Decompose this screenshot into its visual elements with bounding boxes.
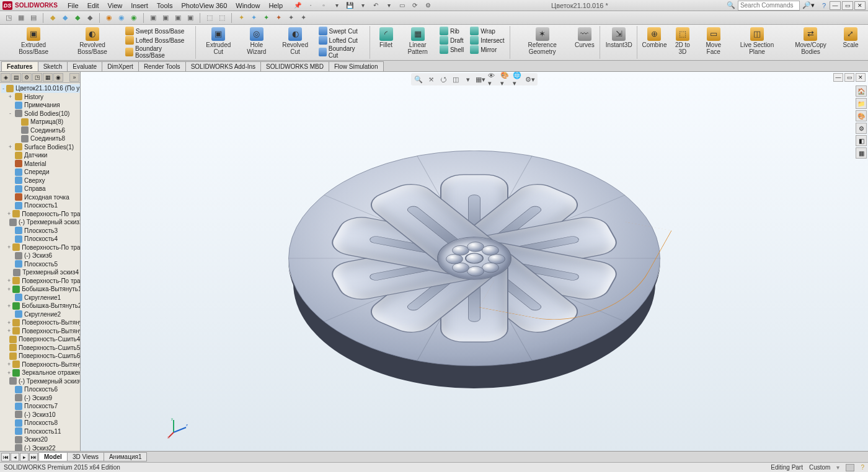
extruded-boss-button[interactable]: ▣Extruded Boss/Base (5, 26, 62, 56)
qat-icon[interactable]: ◉ (104, 13, 114, 23)
tree-node[interactable]: Исходная точка (1, 193, 80, 202)
qat-icon[interactable]: ✦ (236, 13, 246, 23)
tree-node[interactable]: (-) Эскиз6 (1, 251, 80, 260)
tree-node[interactable]: Скругление2 (1, 310, 80, 319)
qat-icon[interactable]: ◆ (73, 13, 82, 23)
reference-geometry-button[interactable]: ✶Reference Geometry (514, 26, 571, 56)
options-icon[interactable]: ⚙ (423, 1, 433, 11)
tree-node[interactable]: Справа (1, 185, 80, 193)
tree-node[interactable]: Соединить6 (1, 126, 80, 135)
tab-next-icon[interactable]: ▸ (20, 453, 29, 461)
qat-icon[interactable]: ✦ (249, 13, 259, 23)
tree-node[interactable]: Плоскость8 (1, 419, 80, 427)
fm-tab-icon[interactable]: ◉ (53, 73, 63, 82)
ribbon-item[interactable]: Swept Boss/Base (124, 27, 192, 35)
ribbon-item[interactable]: Boundary Boss/Base (124, 45, 192, 59)
bottom-tab[interactable]: Анимация1 (104, 452, 148, 461)
tree-node[interactable]: Material (1, 160, 80, 168)
status-units[interactable]: Custom (809, 464, 830, 471)
tree-node[interactable]: Плоскость3 (1, 227, 80, 235)
fm-tab-icon[interactable]: ▤ (11, 73, 21, 82)
qat-icon[interactable]: ▣ (173, 13, 183, 23)
cmd-tab-features[interactable]: Features (1, 61, 38, 71)
hole-wizard-button[interactable]: ◎Hole Wizard (239, 26, 275, 56)
menu-edit[interactable]: Edit (84, 1, 103, 10)
task-pane-icon[interactable]: ⚙ (856, 123, 867, 134)
print-icon[interactable]: ▾ (358, 1, 368, 11)
cmd-tab-dimxpert[interactable]: DimXpert (102, 61, 139, 71)
ribbon-item[interactable]: Boundary Cut (317, 45, 366, 59)
tree-node[interactable]: (-) Эскиз10 (1, 411, 80, 419)
redo-icon[interactable]: ▾ (384, 1, 394, 11)
vp-minimize-icon[interactable]: — (833, 73, 843, 82)
minimize-button[interactable]: — (830, 1, 841, 10)
tree-node[interactable]: Плоскость1 (1, 201, 80, 210)
tab-first-icon[interactable]: ⏮ (1, 453, 10, 461)
tree-node[interactable]: Примечания (1, 101, 80, 110)
tree-node[interactable]: Сверху (1, 177, 80, 185)
tree-node[interactable]: (-) Эскиз22 (1, 444, 80, 452)
tree-node[interactable]: +Бобышка-Вытянуть1 (1, 285, 80, 294)
qat-icon[interactable]: ◆ (48, 13, 58, 23)
move-copy-button[interactable]: ⇄Move/Copy Bodies (784, 26, 837, 56)
ribbon-item[interactable]: Mirror (469, 45, 505, 54)
scale-button[interactable]: ⤢Scale (838, 26, 863, 50)
tree-node[interactable]: Датчики (1, 151, 80, 160)
ribbon-item[interactable]: Wrap (469, 27, 505, 35)
tree-node[interactable]: Соединить8 (1, 134, 80, 143)
task-pane-icon[interactable]: 📁 (856, 98, 867, 109)
tree-node[interactable]: +History (1, 93, 80, 102)
revolved-boss-button[interactable]: ◐Revolved Boss/Base (63, 26, 122, 56)
tree-node[interactable]: Плоскость4 (1, 235, 80, 243)
menu-tools[interactable]: Tools (153, 1, 177, 10)
ribbon-item[interactable]: Lofted Cut (317, 36, 366, 45)
undo-icon[interactable]: ↶ (371, 1, 381, 11)
status-help-icon[interactable]: ? (861, 464, 864, 471)
select-icon[interactable]: ▭ (397, 1, 407, 11)
cmd-tab-flow-simulation[interactable]: Flow Simulation (329, 61, 384, 71)
tree-node[interactable]: +Поверхность-По траект (1, 243, 80, 252)
pushpin-icon[interactable]: 📌 (293, 1, 303, 11)
cmd-tab-render-tools[interactable]: Render Tools (138, 61, 186, 71)
qat-icon[interactable]: ⬚ (205, 13, 215, 23)
tree-node[interactable]: +Поверхность-Вытянуть (1, 318, 80, 327)
fm-expand-icon[interactable]: » (69, 73, 79, 82)
qat-icon[interactable]: ◉ (117, 13, 126, 23)
qat-icon[interactable]: ▣ (148, 13, 158, 23)
tree-node[interactable]: -Solid Bodies(10) (1, 110, 80, 118)
tree-node[interactable]: Скругление1 (1, 294, 80, 302)
search-input[interactable] (738, 1, 800, 11)
vp-close-icon[interactable]: ✕ (856, 73, 866, 82)
maximize-button[interactable]: ▭ (842, 1, 853, 10)
combine-button[interactable]: ⊕Combine (641, 26, 668, 50)
ribbon-item[interactable]: Lofted Boss/Base (124, 36, 192, 45)
tree-node[interactable]: +Поверхность-Вытянуть (1, 327, 80, 336)
cmd-tab-solidworks-add-ins[interactable]: SOLIDWORKS Add-Ins (185, 61, 261, 71)
ribbon-item[interactable]: Swept Cut (317, 27, 366, 35)
qat-icon[interactable]: ▣ (161, 13, 170, 23)
cmd-tab-solidworks-mbd[interactable]: SOLIDWORKS MBD (260, 61, 329, 71)
instant3d-button[interactable]: ⇲Instant3D (604, 26, 634, 50)
qat-icon[interactable]: ▤ (29, 13, 38, 23)
cmd-tab-evaluate[interactable]: Evaluate (67, 61, 102, 71)
tree-node[interactable]: +Зеркальное отражение (1, 369, 80, 377)
ribbon-item[interactable]: Rib (438, 27, 465, 35)
move-face-button[interactable]: ▭Move Face (697, 26, 730, 56)
qat-icon[interactable]: ✦ (298, 13, 308, 23)
ribbon-item[interactable]: Intersect (469, 36, 505, 45)
qat-icon[interactable]: ▦ (16, 13, 26, 23)
tree-node[interactable]: Эскиз20 (1, 435, 80, 444)
tree-node[interactable]: Поверхность-Сшить6 (1, 352, 80, 361)
tree-node[interactable]: (-) Эскиз9 (1, 394, 80, 403)
tab-last-icon[interactable]: ⏭ (29, 453, 38, 461)
tree-node[interactable]: +Поверхность-Вытянуть (1, 361, 80, 369)
tree-node[interactable]: Поверхность-Сшить4 (1, 335, 80, 344)
tree-node[interactable]: Плоскость6 (1, 385, 80, 394)
tree-node[interactable]: Спереди (1, 168, 80, 177)
task-pane-icon[interactable]: ◧ (856, 135, 867, 146)
tree-node[interactable]: (-) Трехмерный эскиз6 (1, 377, 80, 386)
qat-icon[interactable]: ✦ (261, 13, 271, 23)
search-dropdown-icon[interactable]: 🔎▾ (802, 1, 815, 9)
graphics-viewport[interactable]: 🔍 ⤧ ⭯ ◫ ▾ ▦▾ 👁▾ 🎨▾ 🌐▾ ⚙▾ — ▭ ✕ 🏠 📁 🎨 ⚙ ◧… (81, 72, 868, 460)
tree-node[interactable]: Плоскость7 (1, 402, 80, 411)
